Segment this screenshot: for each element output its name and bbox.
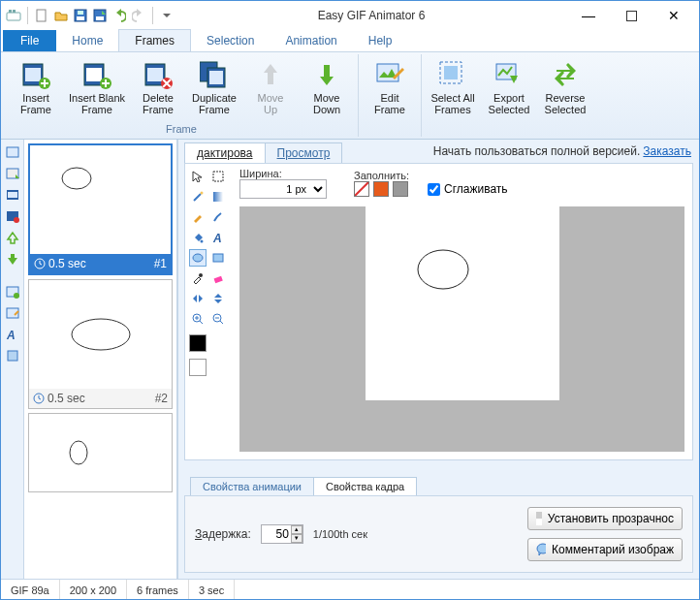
frames-list[interactable]: 0.5 sec#1 0.5 sec#2 — [24, 140, 177, 579]
app-icon — [5, 7, 22, 24]
export-selected-button[interactable]: Export Selected — [482, 56, 536, 118]
set-transparency-button[interactable]: Установить прозрачнос — [527, 507, 683, 530]
image-edit-icon — [374, 59, 405, 90]
editor-tab-preview[interactable]: Просмотр — [265, 142, 343, 163]
svg-rect-14 — [86, 68, 102, 81]
ellipse-tool-icon[interactable] — [189, 249, 207, 267]
stroke-width-select[interactable]: 1 px — [239, 179, 327, 199]
editor-tab-edit[interactable]: дактирова — [184, 142, 266, 163]
insert-blank-frame-button[interactable]: Insert Blank Frame — [65, 56, 129, 118]
zoom-in-tool-icon[interactable] — [189, 310, 207, 328]
tab-selection[interactable]: Selection — [191, 30, 270, 51]
tab-home[interactable]: Home — [56, 30, 118, 51]
svg-rect-56 — [536, 512, 542, 519]
delay-unit: 1/100th сек — [313, 528, 367, 540]
fill-solid-icon[interactable] — [373, 181, 389, 197]
minimize-button[interactable]: — — [567, 2, 610, 29]
svg-rect-6 — [78, 11, 83, 15]
insert-frame-button[interactable]: Insert Frame — [9, 56, 63, 118]
main-area: A 0.5 sec#1 0.5 sec#2 дактирова Просмотр… — [1, 140, 699, 579]
tab-frame-props[interactable]: Свойства кадра — [313, 477, 417, 495]
flip-h-tool-icon[interactable] — [189, 290, 207, 307]
move-down-button[interactable]: Move Down — [300, 56, 354, 118]
wand-tool-icon[interactable] — [189, 188, 207, 205]
arrow-up-icon — [255, 59, 286, 90]
tab-anim-props[interactable]: Свойства анимации — [190, 477, 314, 495]
filmstrip-blank-plus-icon — [81, 59, 112, 90]
zoom-out-tool-icon[interactable] — [209, 310, 227, 328]
foreground-color[interactable] — [189, 334, 207, 352]
save-icon[interactable] — [72, 7, 89, 24]
reverse-selected-button[interactable]: Reverse Selected — [538, 56, 592, 118]
canvas[interactable] — [366, 206, 559, 400]
svg-point-54 — [418, 250, 468, 289]
spin-up-icon[interactable]: ▲ — [291, 525, 302, 534]
sidetool-2[interactable] — [4, 165, 21, 182]
pencil-tool-icon[interactable] — [189, 208, 207, 226]
side-toolbar: A — [1, 140, 24, 579]
tab-frames[interactable]: Frames — [118, 29, 191, 51]
sidetool-5[interactable] — [4, 229, 21, 246]
status-duration: 3 sec — [189, 580, 235, 600]
open-icon[interactable] — [52, 7, 70, 24]
svg-point-39 — [72, 319, 130, 350]
new-icon[interactable] — [33, 7, 50, 24]
svg-rect-48 — [213, 254, 223, 262]
delete-frame-button[interactable]: Delete Frame — [131, 56, 185, 118]
tab-help[interactable]: Help — [353, 30, 408, 51]
frame-item[interactable]: 0.5 sec#1 — [28, 143, 173, 275]
frame-item[interactable] — [28, 413, 173, 492]
edit-frame-button[interactable]: Edit Frame — [363, 56, 417, 118]
marquee-tool-icon[interactable] — [209, 168, 227, 185]
background-color[interactable] — [189, 359, 207, 376]
smooth-checkbox[interactable]: Сглаживать — [428, 182, 508, 196]
frame-item[interactable]: 0.5 sec#2 — [28, 279, 173, 409]
window-title: Easy GIF Animator 6 — [175, 9, 567, 22]
sidetool-4[interactable] — [4, 207, 21, 225]
text-tool-icon[interactable]: A — [209, 229, 227, 246]
close-button[interactable]: ✕ — [652, 2, 695, 29]
svg-rect-9 — [626, 11, 636, 20]
image-comment-button[interactable]: Комментарий изображ — [527, 538, 683, 561]
sidetool-8[interactable] — [4, 304, 21, 322]
fill-tool-icon[interactable] — [189, 229, 207, 246]
svg-rect-11 — [25, 68, 41, 81]
sidetool-6[interactable] — [4, 250, 21, 268]
sidetool-10[interactable] — [4, 347, 21, 364]
duplicate-frame-button[interactable]: Duplicate Frame — [187, 56, 241, 118]
frame-index: #1 — [154, 257, 167, 270]
tab-file[interactable]: File — [3, 30, 56, 51]
qat-dropdown-icon[interactable] — [158, 7, 175, 24]
sidetool-text-icon[interactable]: A — [4, 326, 21, 343]
select-all-frames-button[interactable]: Select All Frames — [426, 56, 480, 118]
sidetool-3[interactable] — [4, 186, 21, 204]
svg-rect-1 — [9, 10, 12, 13]
tab-animation[interactable]: Animation — [270, 30, 352, 51]
svg-point-43 — [201, 192, 204, 195]
undo-icon[interactable] — [111, 7, 128, 24]
svg-rect-29 — [8, 192, 17, 198]
eraser-tool-icon[interactable] — [209, 269, 227, 287]
gradient-tool-icon[interactable] — [209, 188, 227, 205]
sidetool-1[interactable] — [4, 143, 21, 161]
maximize-button[interactable] — [610, 2, 652, 29]
svg-text:A: A — [212, 232, 222, 243]
save-as-icon[interactable] — [91, 7, 109, 24]
editor-area: дактирова Просмотр Начать пользоваться п… — [177, 140, 699, 579]
spin-down-icon[interactable]: ▼ — [291, 534, 302, 543]
arrow-down-icon — [311, 59, 342, 90]
redo-icon[interactable] — [130, 7, 147, 24]
order-link[interactable]: Заказать — [643, 144, 691, 158]
brush-tool-icon[interactable] — [209, 208, 227, 226]
pointer-tool-icon[interactable] — [189, 168, 207, 185]
transparency-icon — [536, 512, 542, 525]
sidetool-7[interactable] — [4, 283, 21, 300]
fill-none-icon[interactable] — [354, 181, 369, 197]
eyedropper-tool-icon[interactable] — [189, 269, 207, 287]
flip-v-tool-icon[interactable] — [209, 290, 227, 307]
rect-tool-icon[interactable] — [209, 249, 227, 267]
svg-point-41 — [70, 441, 87, 464]
svg-point-47 — [193, 254, 203, 262]
fill-gray-icon[interactable] — [393, 181, 408, 197]
canvas-viewport[interactable] — [239, 206, 684, 452]
